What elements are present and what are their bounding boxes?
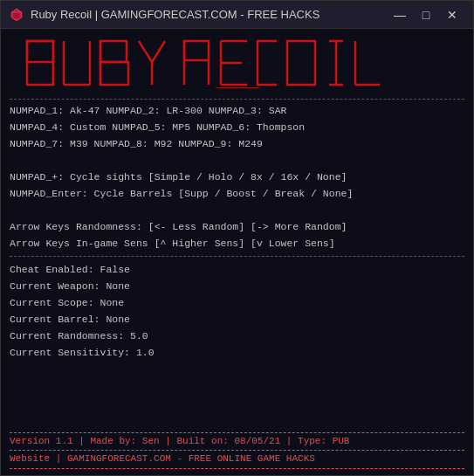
keybind-line9: Arrow Keys In-game Sens [^ Higher Sens] …	[10, 236, 464, 252]
logo-container: .logo-char { fill: none; stroke: #cc2222…	[10, 34, 464, 92]
separator-mid	[10, 256, 464, 257]
keybind-line1: NUMPAD_1: Ak-47 NUMPAD_2: LR-300 NUMPAD_…	[10, 103, 464, 120]
maximize-button[interactable]: □	[414, 5, 438, 24]
minimize-button[interactable]: —	[388, 5, 412, 24]
current-sensitivity: Current Sensitivity: 1.0	[10, 345, 464, 362]
svg-rect-22	[287, 41, 315, 85]
current-barrel: Current Barrel: None	[10, 312, 464, 328]
footer-separator-mid	[10, 450, 464, 451]
footer-section: Version 1.1 | Made by: Sen | Built on: 0…	[10, 430, 464, 470]
svg-rect-10	[100, 41, 127, 62]
keybinds-section: NUMPAD_1: Ak-47 NUMPAD_2: LR-300 NUMPAD_…	[10, 103, 464, 252]
svg-marker-1	[13, 10, 20, 19]
ruby-icon	[10, 8, 24, 22]
current-randomness: Current Randomness: 5.0	[10, 328, 464, 345]
title-bar: Ruby Recoil | GAMINGFORECAST.COM - FREE …	[1, 1, 473, 29]
svg-rect-16	[184, 41, 209, 60]
window-title: Ruby Recoil | GAMINGFORECAST.COM - FREE …	[31, 8, 319, 21]
footer-line1: Version 1.1 | Made by: Sen | Built on: 0…	[10, 434, 464, 450]
keybind-line8: Arrow Keys Randomness: [<- Less Random] …	[10, 219, 464, 236]
footer-separator-bot	[10, 468, 464, 469]
svg-line-12	[139, 41, 152, 62]
footer-separator-top	[10, 432, 464, 433]
svg-rect-4	[27, 41, 53, 62]
main-window: Ruby Recoil | GAMINGFORECAST.COM - FREE …	[0, 0, 474, 476]
keybind-line3: NUMPAD_7: M39 NUMPAD_8: M92 NUMPAD_9: M2…	[10, 136, 464, 153]
footer-line2: Website | GAMINGFORECAST.COM - FREE ONLI…	[10, 452, 464, 467]
svg-line-13	[152, 41, 165, 62]
logo-svg: .logo-char { fill: none; stroke: #cc2222…	[24, 38, 451, 88]
keybind-line5: NUMPAD_+: Cycle sights [Simple / Holo / …	[10, 169, 464, 186]
separator-top	[10, 99, 464, 100]
title-left: Ruby Recoil | GAMINGFORECAST.COM - FREE …	[10, 8, 319, 22]
close-button[interactable]: ✕	[440, 5, 464, 24]
title-controls: — □ ✕	[388, 5, 464, 24]
svg-rect-11	[100, 62, 128, 85]
status-section: Cheat Enabled: False Current Weapon: Non…	[10, 262, 464, 362]
current-weapon: Current Weapon: None	[10, 279, 464, 295]
keybind-line2: NUMPAD_4: Custom NUMPAD_5: MP5 NUMPAD_6:…	[10, 120, 464, 136]
content-area: .logo-char { fill: none; stroke: #cc2222…	[1, 29, 473, 475]
cheat-enabled: Cheat Enabled: False	[10, 262, 464, 279]
current-scope: Current Scope: None	[10, 295, 464, 312]
keybind-line6: NUMPAD_Enter: Cycle Barrels [Supp / Boos…	[10, 186, 464, 203]
